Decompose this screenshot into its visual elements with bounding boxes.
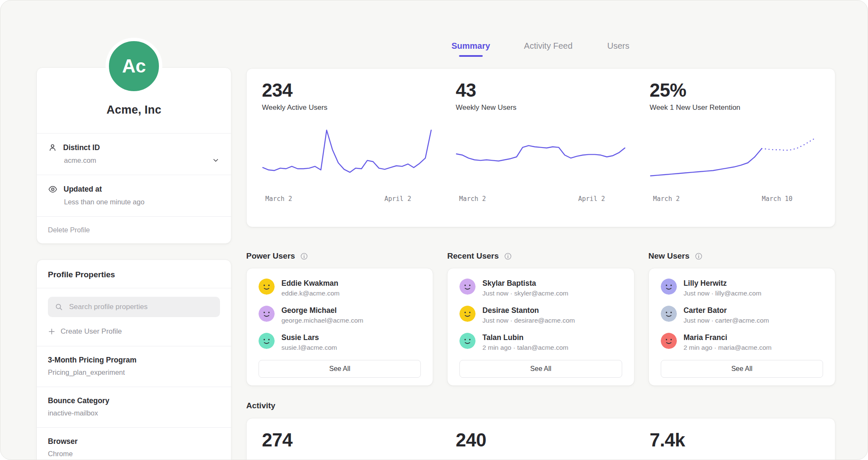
user-name: Skylar Baptista bbox=[482, 279, 568, 288]
chart-x-ticks: March 2 April 2 bbox=[456, 195, 626, 204]
main-panel: SummaryActivity FeedUsers 234 Weekly Act… bbox=[246, 38, 835, 460]
section-title: New Users bbox=[648, 251, 690, 261]
plus-icon bbox=[48, 328, 56, 335]
user-avatar bbox=[259, 306, 275, 322]
section-title: Recent Users bbox=[447, 251, 498, 261]
user-avatar bbox=[459, 279, 476, 295]
user-row[interactable]: George Michael george.michael@acme.com bbox=[259, 306, 421, 324]
field-label: Distinct ID bbox=[63, 143, 100, 152]
summary-card: 234 Weekly Active Users March 2 April 2 … bbox=[246, 68, 835, 227]
user-avatar bbox=[259, 333, 275, 349]
user-avatar bbox=[661, 279, 677, 295]
create-user-profile-button[interactable]: Create User Profile bbox=[37, 317, 231, 346]
avatar: Ac bbox=[106, 38, 162, 95]
tab-summary[interactable]: Summary bbox=[451, 41, 490, 65]
sparkline-chart bbox=[650, 125, 820, 188]
distinct-id-row: Distinct ID acme.com bbox=[37, 134, 231, 175]
user-meta: 2 min ago · talan@acme.com bbox=[482, 344, 568, 351]
user-name: Lilly Herwitz bbox=[684, 279, 762, 288]
section-new-users: New Users Lilly Herwitz Just now · lilly… bbox=[648, 251, 835, 386]
see-all-button[interactable]: See All bbox=[259, 360, 421, 378]
user-meta: Just now · skyler@acme.com bbox=[482, 290, 568, 297]
search-input[interactable] bbox=[68, 302, 213, 312]
stat-value: 43 bbox=[456, 80, 626, 101]
user-meta: eddie.k@acme.com bbox=[281, 290, 339, 297]
app-frame: Ac Acme, Inc Distinct ID acme.com bbox=[0, 0, 868, 460]
tab-activity-feed[interactable]: Activity Feed bbox=[524, 41, 572, 65]
search-icon bbox=[55, 303, 63, 311]
user-row[interactable]: Desirae Stanton Just now · desirare@acme… bbox=[459, 306, 622, 324]
activity-card: 2742407.4k bbox=[246, 418, 835, 460]
stat-label: Weekly Active Users bbox=[262, 103, 432, 112]
property-value: inactive-mailbox bbox=[48, 409, 220, 417]
profile-sidebar: Ac Acme, Inc Distinct ID acme.com bbox=[36, 38, 231, 460]
user-row[interactable]: Skylar Baptista Just now · skyler@acme.c… bbox=[459, 279, 622, 297]
user-meta: Just now · lilly@acme.com bbox=[684, 290, 762, 297]
activity-title: Activity bbox=[246, 401, 835, 411]
property-value: Pricing_plan_experiment bbox=[48, 368, 220, 376]
user-row[interactable]: Susie Lars susie.l@acme.com bbox=[259, 333, 421, 351]
user-list-card: Skylar Baptista Just now · skyler@acme.c… bbox=[447, 268, 634, 386]
property-label: Browser bbox=[48, 437, 220, 446]
user-row[interactable]: Lilly Herwitz Just now · lilly@acme.com bbox=[661, 279, 823, 297]
property-value: Chrome bbox=[48, 450, 220, 458]
user-avatar bbox=[259, 279, 275, 295]
field-value: Less than one minute ago bbox=[64, 198, 145, 206]
delete-profile-button[interactable]: Delete Profile bbox=[37, 217, 231, 243]
section-title: Power Users bbox=[246, 251, 295, 261]
see-all-button[interactable]: See All bbox=[661, 360, 823, 378]
user-meta: 2 min ago · maria@acme.com bbox=[684, 344, 772, 351]
user-meta: Just now · desirare@acme.com bbox=[482, 317, 575, 324]
user-name: Eddie Kwakman bbox=[281, 279, 339, 288]
user-avatar bbox=[459, 333, 476, 349]
profile-properties-card: Profile Properties Create User Profile bbox=[36, 259, 231, 460]
property-row[interactable]: BrowserChrome bbox=[37, 428, 231, 460]
section-recent-users: Recent Users Skylar Baptista Just now · … bbox=[447, 251, 634, 386]
user-row[interactable]: Carter Bator Just now · carter@acme.com bbox=[661, 306, 823, 324]
info-icon[interactable] bbox=[695, 252, 703, 260]
x-tick: March 2 bbox=[265, 195, 292, 203]
field-value: acme.com bbox=[64, 156, 96, 164]
user-row[interactable]: Talan Lubin 2 min ago · talan@acme.com bbox=[459, 333, 622, 351]
chart-x-ticks: March 2 March 10 bbox=[650, 195, 820, 204]
user-list-card: Lilly Herwitz Just now · lilly@acme.com … bbox=[648, 268, 835, 386]
user-name: Desirae Stanton bbox=[482, 306, 575, 315]
user-row[interactable]: Maria Franci 2 min ago · maria@acme.com bbox=[661, 333, 823, 351]
property-label: Bounce Category bbox=[48, 396, 220, 405]
tab-users[interactable]: Users bbox=[606, 41, 630, 65]
see-all-button[interactable]: See All bbox=[459, 360, 622, 378]
summary-stat-column: 25% Week 1 New User Retention March 2 Ma… bbox=[650, 80, 820, 217]
user-name: George Michael bbox=[281, 306, 363, 315]
sparkline-chart bbox=[456, 125, 626, 188]
property-row[interactable]: Bounce Categoryinactive-mailbox bbox=[37, 387, 231, 427]
user-row[interactable]: Eddie Kwakman eddie.k@acme.com bbox=[259, 279, 421, 297]
x-tick: March 10 bbox=[762, 195, 793, 203]
stat-label: Weekly New Users bbox=[456, 103, 626, 112]
x-tick: April 2 bbox=[578, 195, 605, 203]
summary-stat-column: 234 Weekly Active Users March 2 April 2 bbox=[262, 80, 432, 217]
stat-value: 25% bbox=[650, 80, 820, 101]
stat-label: Week 1 New User Retention bbox=[650, 103, 820, 112]
user-meta: susie.l@acme.com bbox=[281, 344, 337, 351]
info-icon[interactable] bbox=[300, 252, 308, 260]
user-name: Susie Lars bbox=[281, 333, 337, 342]
user-list-card: Eddie Kwakman eddie.k@acme.com George Mi… bbox=[246, 268, 433, 386]
activity-stat-value: 240 bbox=[456, 429, 626, 460]
chevron-down-icon[interactable] bbox=[211, 156, 220, 164]
user-meta: Just now · carter@acme.com bbox=[684, 317, 769, 324]
sparkline-chart bbox=[262, 125, 432, 188]
activity-stat-value: 274 bbox=[262, 429, 432, 460]
stat-value: 234 bbox=[262, 80, 432, 101]
user-avatar bbox=[459, 306, 476, 322]
profile-properties-title: Profile Properties bbox=[37, 260, 231, 288]
x-tick: April 2 bbox=[384, 195, 411, 203]
info-icon[interactable] bbox=[504, 252, 512, 260]
property-label: 3-Month Pricing Program bbox=[48, 356, 220, 365]
tab-bar: SummaryActivity FeedUsers bbox=[246, 38, 835, 65]
user-avatar bbox=[661, 333, 677, 349]
field-label: Updated at bbox=[64, 185, 102, 194]
section-power-users: Power Users Eddie Kwakman eddie.k@acme.c… bbox=[246, 251, 433, 386]
user-name: Maria Franci bbox=[684, 333, 772, 342]
property-row[interactable]: 3-Month Pricing ProgramPricing_plan_expe… bbox=[37, 346, 231, 387]
search-profile-properties[interactable] bbox=[48, 297, 220, 317]
